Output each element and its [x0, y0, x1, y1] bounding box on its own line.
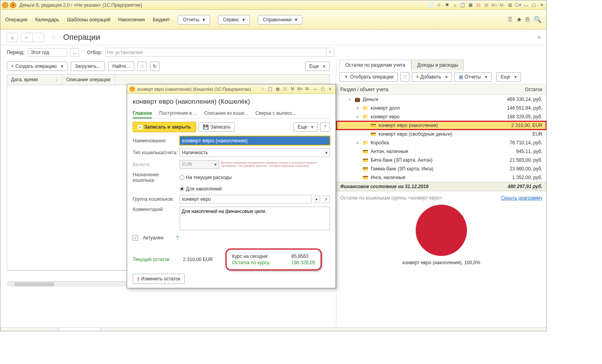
- add-button[interactable]: Добавить▾: [412, 72, 452, 82]
- tool-icon[interactable]: 📋: [459, 2, 466, 8]
- radio-expenses[interactable]: На текущие расходы: [180, 175, 232, 180]
- tool-icon[interactable]: ☆: [436, 2, 442, 8]
- period-field[interactable]: Этот год: [28, 48, 67, 57]
- tree-row[interactable]: 💳Антон, наличные945,11, руб.: [336, 147, 546, 156]
- dialog-mminus-icon[interactable]: M-: [304, 87, 311, 91]
- change-balance-button[interactable]: Изменить остаток: [133, 274, 185, 284]
- save-close-button[interactable]: Записать и закрыть: [133, 122, 196, 132]
- actual-checkbox[interactable]: ✓: [133, 235, 138, 241]
- comment-textarea[interactable]: Для накоплений на финансовые цели.: [180, 207, 330, 230]
- tab-income-expense[interactable]: Доходы и расходы: [411, 60, 464, 70]
- dialog-close-icon[interactable]: ✕: [327, 87, 333, 91]
- col-description[interactable]: Описание операции: [62, 75, 115, 85]
- clear-otbor-icon[interactable]: ×: [326, 48, 334, 57]
- dialog-minimize-icon[interactable]: —: [312, 87, 318, 91]
- otbor-input[interactable]: [105, 48, 326, 57]
- tab-main[interactable]: Главное: [133, 109, 152, 118]
- save-button[interactable]: 💾Записать: [199, 122, 235, 132]
- menu-templates[interactable]: Шаблоны операций: [67, 17, 111, 22]
- calc-icon[interactable]: ▦: [467, 2, 474, 8]
- m-minus-icon[interactable]: M-: [499, 2, 505, 8]
- cancel-search-icon[interactable]: ⊘: [137, 62, 147, 71]
- m-icon[interactable]: M: [483, 2, 489, 8]
- dialog-cal-icon[interactable]: 31: [282, 87, 288, 91]
- group-open-icon[interactable]: ↗: [322, 196, 330, 203]
- dialog-maximize-icon[interactable]: ▢: [319, 87, 326, 91]
- dialog-tool-icon[interactable]: ☆: [259, 87, 266, 91]
- filter-icon[interactable]: ▽: [400, 72, 409, 82]
- star-icon[interactable]: ★: [516, 16, 522, 23]
- forward-button[interactable]: →: [33, 33, 44, 42]
- tree-row[interactable]: ⊕📁конверт долл146 551,94, руб.: [336, 104, 546, 112]
- tree-row[interactable]: 💳конверт евро (накопления)2 310,00, EUR: [336, 121, 546, 130]
- minimize-icon[interactable]: —: [523, 2, 529, 8]
- calendar-icon[interactable]: 31: [475, 2, 482, 8]
- tool-icon[interactable]: 📄: [428, 2, 434, 8]
- refs-dropdown[interactable]: Справочники▾: [258, 15, 302, 24]
- actual-help-icon[interactable]: ?: [173, 233, 182, 242]
- more-button[interactable]: Еще▾: [305, 62, 330, 71]
- otbor-field[interactable]: ×: [105, 48, 334, 57]
- group-dd-icon[interactable]: ▾: [313, 196, 320, 203]
- help-button[interactable]: ?: [320, 122, 330, 132]
- tool-icon[interactable]: ✱: [444, 2, 450, 8]
- menu-operations[interactable]: Операции: [5, 17, 27, 22]
- radio-savings[interactable]: Для накоплений: [180, 186, 222, 192]
- menu-savings[interactable]: Накопления: [118, 17, 145, 22]
- purpose-label: Назначение кошелька:: [133, 172, 178, 183]
- panels-icon[interactable]: ▥: [507, 2, 513, 8]
- dialog-calc-icon[interactable]: ▦: [274, 87, 281, 91]
- tree-col-balance[interactable]: Остаток: [491, 87, 542, 92]
- col-datetime[interactable]: Дата, время↓: [7, 75, 62, 85]
- apps-icon[interactable]: ⠿: [508, 16, 512, 23]
- dialog-more-button[interactable]: Еще▾: [293, 122, 318, 132]
- history-icon[interactable]: ⎘: [526, 16, 530, 23]
- find-button[interactable]: Найти...: [108, 62, 134, 71]
- tab-reconcile[interactable]: Сверка с выписк...: [255, 109, 296, 118]
- hide-diagram-link[interactable]: Скрыть диаграмму: [501, 195, 542, 201]
- right-more-button[interactable]: Еще▾: [496, 72, 521, 82]
- dialog-m-icon[interactable]: M: [289, 87, 296, 91]
- tree-row[interactable]: ⊖💼Деньги469 330,24, руб.: [336, 95, 546, 104]
- tree-col-section[interactable]: Раздел / объект учета: [340, 87, 491, 92]
- maximize-icon[interactable]: ▢: [531, 2, 537, 8]
- reports-dropdown[interactable]: Отчеты▾: [178, 15, 210, 24]
- tab-home-page[interactable]: Начальная страница: [0, 328, 59, 331]
- dialog-tool-icon[interactable]: 📋: [267, 87, 273, 91]
- back-button[interactable]: ←: [21, 33, 33, 42]
- currency-label: Валюта:: [133, 162, 178, 167]
- type-select[interactable]: Наличность▾: [180, 148, 330, 157]
- dialog-mplus-icon[interactable]: M+: [297, 87, 303, 91]
- tab-income[interactable]: Поступления в ...: [159, 109, 197, 118]
- m-plus-icon[interactable]: M+: [491, 2, 497, 8]
- tree-row[interactable]: 💳Инга, наличные1 352,00, руб.: [336, 173, 546, 182]
- home-button[interactable]: ⌂: [7, 33, 18, 42]
- group-field[interactable]: конверт евро: [180, 195, 311, 203]
- dropdown-icon[interactable]: ▾: [10, 2, 16, 8]
- tool-icon[interactable]: ⌂: [452, 2, 458, 8]
- reports-button[interactable]: ▦Отчеты▾: [454, 72, 491, 82]
- filter-ops-button[interactable]: ▼Отобрать операции: [339, 72, 398, 82]
- favorite-icon[interactable]: ☆: [51, 33, 57, 42]
- period-select-button[interactable]: ...: [70, 48, 79, 57]
- refresh-icon[interactable]: ↻: [150, 62, 159, 71]
- balance-tree[interactable]: ⊖💼Деньги469 330,24, руб.⊕📁конверт долл14…: [336, 95, 546, 182]
- tab-balances[interactable]: Остатки по разделам учета: [339, 60, 411, 70]
- create-operation-button[interactable]: Создать операцию▾: [7, 62, 68, 71]
- close-icon[interactable]: ✕: [538, 2, 545, 8]
- close-page-icon[interactable]: ✕: [537, 34, 542, 41]
- service-dropdown[interactable]: Сервис▾: [218, 15, 250, 24]
- menu-budget[interactable]: Бюджет: [153, 17, 170, 22]
- name-input[interactable]: [180, 136, 330, 145]
- load-button[interactable]: Загрузить...: [71, 62, 105, 71]
- tree-row[interactable]: 💳конверт евро (свободные деньги)EUR: [336, 130, 546, 138]
- tree-row[interactable]: ⊕📁Коробка76 710,14, руб.: [336, 138, 546, 147]
- menu-calendar[interactable]: Календарь: [35, 17, 59, 22]
- tab-outcome[interactable]: Списания из коше...: [204, 109, 248, 118]
- tab-operations[interactable]: Операции✕: [59, 328, 101, 331]
- info-icon[interactable]: ⓘ▾: [515, 2, 521, 8]
- tree-row[interactable]: ⊖📁конверт евро198 328,05, руб.: [336, 112, 546, 121]
- tree-row[interactable]: 💳Гамма-банк (ЗП карта, Инга)23 860,00, р…: [336, 164, 546, 173]
- search-icon[interactable]: 🔍: [534, 16, 542, 23]
- tree-row[interactable]: 💳Бета-банк (ЗП карта, Антон)21 583,00, р…: [336, 156, 546, 164]
